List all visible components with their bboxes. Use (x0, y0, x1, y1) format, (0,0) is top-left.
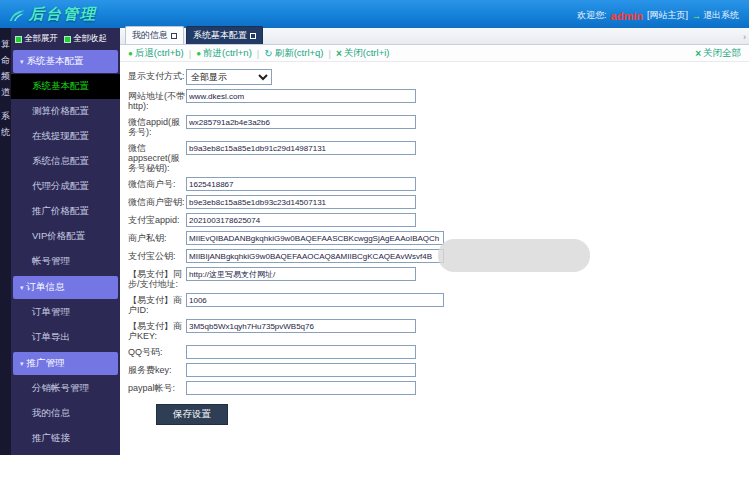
sidebar-group-order-info[interactable]: ▾ 订单信息 (13, 276, 118, 299)
sidebar-item-vip-price-config[interactable]: VIP价格配置 (11, 224, 120, 249)
site-home-link[interactable]: [网站主页] (647, 9, 688, 22)
forward-label: 前进(ctrl+n) (203, 47, 252, 60)
paypal-account-field[interactable] (186, 381, 416, 395)
close-all-icon: × (695, 48, 701, 59)
back-label: 后退(ctrl+b) (135, 47, 184, 60)
welcome-label: 欢迎您: (577, 9, 607, 22)
app-logo: 后台管理 (8, 5, 97, 24)
epay-merchant-key-field[interactable] (186, 319, 416, 333)
caret-icon: ▾ (20, 58, 24, 66)
tab-close-icon[interactable] (171, 33, 177, 39)
sidebar-item-my-info[interactable]: 我的信息 (11, 401, 120, 426)
sidebar: 算命频道 系统 全部展开 全部收起 ▾ 系统基本配置 系统基本配置 测算价格配置… (0, 28, 120, 455)
qq-number-field[interactable] (186, 345, 416, 359)
wechat-appid-field[interactable] (186, 115, 416, 129)
sidebar-item-promo-link[interactable]: 推广链接 (11, 426, 120, 451)
collapse-all-icon (64, 36, 71, 43)
close-all-button[interactable]: × 关闭全部 (695, 47, 741, 60)
collapse-all-label: 全部收起 (73, 33, 107, 45)
form-row: 【易支付】商户ID: (128, 293, 749, 315)
wechat-appsecret-field[interactable] (186, 141, 416, 155)
close-icon: × (336, 48, 342, 59)
refresh-button[interactable]: ↻ 刷新(ctrl+q) (264, 47, 323, 60)
sidebar-item-account-management[interactable]: 帐号管理 (11, 249, 120, 274)
group-label: 订单信息 (27, 281, 65, 294)
system-basic-config-form: 显示支付方式: 全部显示 网站地址(不带http): 微信appid(服务号):… (120, 62, 749, 425)
main-area: 我的信息 系统基本配置 › ● 后退(ctrl+b) | ● 前进(ctrl+n… (120, 28, 749, 480)
merchant-private-key-field[interactable] (186, 231, 444, 245)
form-row: paypal帐号: (128, 381, 749, 395)
sidebar-item-system-info-config[interactable]: 系统信息配置 (11, 149, 120, 174)
field-label: 【易支付】商户KEY: (128, 319, 186, 341)
refresh-icon: ↻ (264, 48, 272, 59)
form-row: QQ号码: (128, 345, 749, 359)
top-bar: 后台管理 欢迎您: admin [网站主页] → 退出系统 (0, 0, 749, 28)
wechat-merchant-id-field[interactable] (186, 177, 416, 191)
sidebar-item-distributor-account-management[interactable]: 分销帐号管理 (11, 376, 120, 401)
back-button[interactable]: ● 后退(ctrl+b) (128, 47, 184, 60)
wechat-merchant-key-field[interactable] (186, 195, 416, 209)
logout-link[interactable]: → 退出系统 (692, 9, 739, 22)
field-label: 微信商户密钥: (128, 195, 186, 207)
refresh-label: 刷新(ctrl+q) (275, 47, 324, 60)
field-label: 【易支付】商户ID: (128, 293, 186, 315)
category-tab-system[interactable]: 系统 (0, 108, 11, 140)
sidebar-group-system-config[interactable]: ▾ 系统基本配置 (13, 50, 118, 73)
sidebar-item-system-basic-config[interactable]: 系统基本配置 (11, 74, 120, 99)
field-label: 服务费key: (128, 363, 186, 375)
epay-notify-url-field[interactable] (186, 267, 416, 281)
display-pay-method-select[interactable]: 全部显示 (186, 69, 272, 85)
tab-label: 系统基本配置 (193, 29, 247, 42)
collapse-all-button[interactable]: 全部收起 (64, 33, 107, 45)
tab-my-info[interactable]: 我的信息 (125, 26, 184, 44)
sidebar-item-online-withdraw-config[interactable]: 在线提现配置 (11, 124, 120, 149)
group-label: 推广管理 (27, 357, 65, 370)
site-url-field[interactable] (186, 89, 416, 103)
form-row: 微信商户号: (128, 177, 749, 191)
tab-system-basic-config[interactable]: 系统基本配置 (186, 26, 263, 44)
category-tab-fortune-channel[interactable]: 算命频道 (0, 36, 11, 100)
alipay-public-key-field[interactable] (186, 249, 444, 263)
field-label: QQ号码: (128, 345, 186, 357)
sidebar-item-agent-share-config[interactable]: 代理分成配置 (11, 174, 120, 199)
tab-close-icon[interactable] (250, 33, 256, 39)
tab-scroll-arrow-icon[interactable]: › (743, 32, 746, 42)
logout-label: 退出系统 (703, 9, 739, 22)
alipay-appid-field[interactable] (186, 213, 416, 227)
form-row: 显示支付方式: 全部显示 (128, 69, 749, 85)
logout-arrow-icon: → (692, 11, 701, 21)
sidebar-item-order-export[interactable]: 订单导出 (11, 325, 120, 350)
admin-backend-page: { "topbar": { "logo_text": "后台管理", "welc… (0, 0, 749, 480)
sidebar-item-promo-price-config[interactable]: 推广价格配置 (11, 199, 120, 224)
sidebar-item-order-management-2[interactable]: 订单管理 (11, 451, 120, 455)
app-title: 后台管理 (29, 5, 97, 24)
expand-all-button[interactable]: 全部展开 (15, 33, 58, 45)
sidebar-item-order-management[interactable]: 订单管理 (11, 300, 120, 325)
sidebar-item-calc-price-config[interactable]: 测算价格配置 (11, 99, 120, 124)
form-row: 【易支付】商户KEY: (128, 319, 749, 341)
tab-label: 我的信息 (132, 29, 168, 42)
sidebar-menu: 全部展开 全部收起 ▾ 系统基本配置 系统基本配置 测算价格配置 在线提现配置 … (11, 28, 120, 455)
forward-button[interactable]: ● 前进(ctrl+n) (196, 47, 252, 60)
sidebar-group-promotion[interactable]: ▾ 推广管理 (13, 352, 118, 375)
separator: | (329, 48, 331, 59)
field-label: 支付宝公钥: (128, 249, 186, 261)
close-all-label: 关闭全部 (703, 47, 741, 60)
close-tab-button[interactable]: × 关闭(ctrl+i) (336, 47, 390, 60)
caret-icon: ▾ (20, 284, 24, 292)
separator: | (257, 48, 259, 59)
logo-swoosh-icon (8, 7, 26, 23)
expand-all-label: 全部展开 (24, 33, 58, 45)
service-fee-key-field[interactable] (186, 363, 416, 377)
epay-merchant-id-field[interactable] (186, 293, 444, 307)
save-settings-button[interactable]: 保存设置 (156, 404, 228, 425)
tab-bar: 我的信息 系统基本配置 › (120, 28, 749, 45)
expand-all-icon (15, 36, 22, 43)
username: admin (611, 10, 643, 22)
sidebar-category-strip: 算命频道 系统 (0, 28, 11, 455)
form-row: 微信商户密钥: (128, 195, 749, 209)
field-label: paypal帐号: (128, 381, 186, 393)
forward-icon: ● (196, 49, 201, 58)
close-label: 关闭(ctrl+i) (344, 47, 390, 60)
field-label: 【易支付】同步/支付地址: (128, 267, 186, 289)
